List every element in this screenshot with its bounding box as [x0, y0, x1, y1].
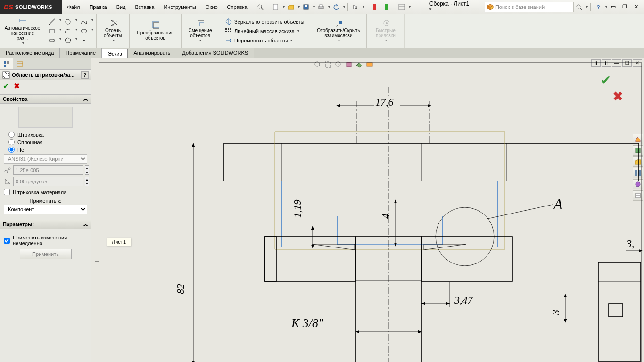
print-dropdown[interactable]: ▾ [328, 5, 330, 9]
ok-button[interactable]: ✔ [3, 82, 9, 90]
circle-icon[interactable] [64, 18, 72, 25]
linear-pattern-button[interactable]: Линейный массив эскиза▾ [223, 26, 301, 36]
tab-addins[interactable]: Добавления SOLIDWORKS [176, 48, 254, 58]
trim-button[interactable]: Отсечь объекты ▾ [102, 18, 124, 43]
document-title: Сборка - Лист1 * [429, 0, 471, 14]
apply-button[interactable]: Применить [20, 249, 72, 259]
undo-icon[interactable] [331, 2, 341, 12]
svg-point-16 [66, 19, 70, 24]
help-icon[interactable]: ? [593, 2, 603, 12]
mirror-button[interactable]: Зеркально отразить объекты [223, 17, 306, 26]
detail-label-a: А [553, 196, 563, 213]
apply-immediate-check[interactable]: Применить изменения немедленно [4, 235, 87, 246]
minimize-icon[interactable]: ▭ [608, 2, 619, 12]
search-input[interactable]: Поиск в базе знаний [485, 2, 574, 12]
tab-evaluate[interactable]: Анализировать [128, 48, 176, 58]
select-dropdown[interactable]: ▾ [363, 5, 364, 9]
properties-header[interactable]: Свойства ︽ [0, 94, 91, 104]
open-dropdown[interactable]: ▾ [298, 5, 300, 9]
cancel-button[interactable]: ✖ [14, 82, 20, 90]
rebuild-green-icon[interactable] [381, 2, 391, 12]
point-icon[interactable] [80, 37, 88, 44]
scale-input[interactable] [13, 165, 83, 175]
svg-point-23 [112, 24, 114, 26]
help-dropdown[interactable]: ▾ [605, 5, 607, 9]
polygon-icon[interactable] [64, 37, 72, 44]
print-icon[interactable] [316, 2, 326, 12]
radio-none[interactable]: Нет [8, 147, 83, 153]
dim-4: 4 [380, 214, 391, 219]
save-icon[interactable] [301, 2, 311, 12]
open-icon[interactable] [286, 2, 296, 12]
svg-rect-29 [230, 28, 231, 30]
ribbon-group-offset: Смещение объектов ▾ [182, 14, 219, 48]
angle-spinner[interactable]: ▲▼ [85, 177, 89, 186]
new-dropdown[interactable]: ▾ [283, 5, 285, 9]
tab-annotation[interactable]: Примечание [60, 48, 102, 58]
options-dropdown[interactable]: ▾ [409, 5, 411, 9]
svg-rect-37 [4, 61, 6, 64]
show-hide-relations-button[interactable]: Отобразить/Скрыть взаимосвязи ▾ [315, 18, 362, 43]
save-dropdown[interactable]: ▾ [313, 5, 315, 9]
menu-edit[interactable]: Правка [84, 0, 111, 14]
feature-tree-tab[interactable] [0, 58, 13, 69]
quick-toolbar: ▾ ▾ ▾ ▾ ▾ ▾ ▾ [255, 2, 411, 12]
panel-help-icon[interactable]: ? [81, 71, 89, 79]
ellipse-icon[interactable] [80, 27, 88, 35]
spline-icon[interactable] [80, 18, 88, 25]
menu-window[interactable]: Окно [201, 0, 223, 14]
menu-bar: DS SOLIDWORKS Файл Правка Вид Вставка Ин… [0, 0, 644, 14]
options-icon[interactable] [396, 2, 407, 12]
apply-to-label: Применить к: [4, 198, 87, 204]
undo-dropdown[interactable]: ▾ [343, 5, 345, 9]
params-header[interactable]: Параметры: ︽ [0, 220, 91, 229]
apply-to-select[interactable]: Компонент [4, 205, 87, 214]
ds-logo-icon: DS [4, 3, 13, 11]
auto-dimension-button[interactable]: Автоматическое нанесение раз... ▾ [3, 16, 42, 46]
search-dropdown[interactable]: ▾ [586, 5, 588, 9]
drawing-viewport[interactable]: ← ⁞⁞ ⁞⁞ — ❐ ✕ ✔ ✖ Лист1 [91, 58, 644, 362]
radio-hatch[interactable]: Штриховка [8, 132, 83, 138]
chevron-up-icon: ︽ [83, 221, 88, 228]
config-tab[interactable] [13, 58, 26, 69]
kb-cube-icon [487, 4, 494, 10]
svg-point-48 [8, 168, 10, 170]
svg-line-13 [580, 8, 582, 10]
slot-icon[interactable] [48, 37, 56, 44]
svg-point-47 [5, 170, 8, 173]
svg-rect-4 [305, 5, 307, 7]
close-icon[interactable]: ✕ [631, 2, 641, 12]
ribbon: Автоматическое нанесение раз... ▾ ▾ ▾ ▾ … [0, 14, 644, 48]
svg-rect-75 [421, 237, 512, 281]
svg-rect-42 [3, 72, 9, 78]
menu-view[interactable]: Вид [112, 0, 131, 14]
hatch-pattern-select[interactable]: ANSI31 (Железо Кирпи [4, 154, 87, 164]
ribbon-group-dimension: Автоматическое нанесение раз... ▾ [0, 14, 45, 48]
select-icon[interactable] [350, 2, 361, 12]
offset-button[interactable]: Смещение объектов ▾ [186, 18, 214, 43]
new-icon[interactable] [271, 2, 281, 12]
ribbon-group-trim: Отсечь объекты ▾ [97, 14, 130, 48]
scale-spinner[interactable]: ▲▼ [85, 165, 89, 175]
tab-view-layout[interactable]: Расположение вида [0, 48, 60, 58]
material-hatch-check[interactable]: Штриховка материала [4, 189, 87, 195]
relations-icon [335, 19, 342, 27]
angle-input[interactable] [13, 177, 83, 186]
line-icon[interactable] [48, 18, 56, 25]
svg-point-18 [81, 29, 87, 33]
radio-solid[interactable]: Сплошная [8, 139, 83, 145]
angle-icon [4, 177, 11, 186]
search-go-icon[interactable] [574, 2, 584, 12]
rebuild-icon[interactable] [370, 2, 380, 12]
move-button[interactable]: Переместить объекты▾ [223, 36, 294, 45]
maximize-icon[interactable]: ❐ [619, 2, 630, 12]
rect-icon[interactable] [48, 27, 56, 35]
menu-file[interactable]: Файл [62, 0, 84, 14]
search-icon[interactable] [255, 2, 265, 12]
menu-tools[interactable]: Инструменты [159, 0, 201, 14]
tab-sketch[interactable]: Эскиз [102, 49, 128, 58]
convert-button[interactable]: Преобразование объектов [135, 21, 175, 41]
arc-icon[interactable] [64, 27, 72, 35]
menu-help[interactable]: Справка [223, 0, 252, 14]
menu-insert[interactable]: Вставка [131, 0, 159, 14]
